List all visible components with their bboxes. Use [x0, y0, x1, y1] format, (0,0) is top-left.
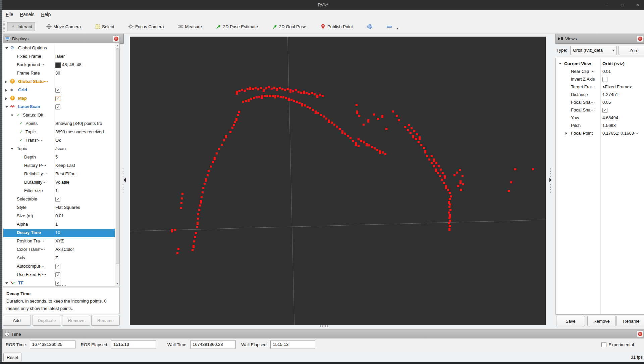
- add-display-button[interactable]: Add: [3, 315, 31, 326]
- reset-button[interactable]: Reset: [3, 353, 21, 362]
- displays-row-laserscan[interactable]: LaserScan✓: [3, 103, 115, 111]
- views-row-invert-z-axis[interactable]: Invert Z Axis: [556, 76, 644, 83]
- duplicate-display-button[interactable]: Duplicate: [33, 315, 61, 326]
- views-row-focal-point[interactable]: Focal Point0.17651; 0.1668⋯: [556, 130, 644, 137]
- expander-open-icon[interactable]: [5, 47, 8, 49]
- views-row-focal-sha-[interactable]: Focal Sha⋯✓: [556, 106, 644, 114]
- experimental-option[interactable]: Experimental: [601, 342, 634, 347]
- viewport-splitter-handle[interactable]: [320, 325, 329, 327]
- displays-row-use-fixed-fr-[interactable]: Use Fixed Fr⋯✓: [3, 271, 115, 279]
- displays-row-style[interactable]: StyleFlat Squares: [3, 203, 115, 212]
- render-viewport[interactable]: [130, 37, 546, 325]
- close-icon[interactable]: ✕: [635, 3, 640, 7]
- row-value[interactable]: 48; 48; 48: [62, 62, 82, 67]
- time-field-input[interactable]: 1515.13: [111, 340, 156, 349]
- displays-row-depth[interactable]: Depth5: [3, 153, 115, 162]
- row-value[interactable]: 10: [55, 230, 114, 235]
- expander-open-icon[interactable]: [5, 106, 8, 108]
- views-row-focal-sha-[interactable]: Focal Sha⋯0.05: [556, 99, 644, 106]
- views-panel-header[interactable]: Views: [555, 34, 644, 44]
- expander-closed-icon[interactable]: [5, 81, 7, 83]
- row-value[interactable]: Keep Last: [55, 163, 114, 168]
- displays-row-topic[interactable]: ✓Topic3899 messages received: [3, 128, 115, 136]
- row-value[interactable]: Flat Squares: [55, 205, 114, 210]
- remove-display-button[interactable]: Remove: [62, 315, 90, 326]
- displays-row-background-[interactable]: Background ⋯48; 48; 48: [3, 61, 115, 69]
- scroll-up-icon[interactable]: ▲: [115, 43, 119, 48]
- displays-row-frame-rate[interactable]: Frame Rate30: [3, 69, 115, 78]
- tool-move-camera[interactable]: Move Camera: [43, 22, 84, 31]
- scrollbar-thumb[interactable]: [116, 48, 119, 264]
- tool-2d-goal-pose[interactable]: 2D Goal Pose: [269, 22, 309, 31]
- displays-row-alpha[interactable]: Alpha1: [3, 220, 115, 229]
- row-value[interactable]: 4.68494: [602, 115, 644, 120]
- checkbox-checked[interactable]: ✓: [55, 197, 60, 202]
- row-value[interactable]: 1.27451: [602, 92, 644, 97]
- row-value[interactable]: 1.5698: [602, 123, 644, 128]
- tool-2d-pose-estimate[interactable]: 2D Pose Estimate: [213, 22, 261, 31]
- checkbox-checked[interactable]: ✓: [55, 96, 60, 101]
- checkbox-checked[interactable]: ✓: [55, 264, 60, 269]
- checkbox-checked[interactable]: ✓: [55, 88, 60, 93]
- expander-open-icon[interactable]: [11, 115, 13, 116]
- time-close-button[interactable]: ✕: [637, 330, 643, 337]
- views-row-near-clip-[interactable]: Near Clip ⋯0.01: [556, 68, 644, 76]
- window-titlebar[interactable]: RViz* – □ ✕: [2, 0, 644, 10]
- rename-display-button[interactable]: Rename: [91, 315, 120, 326]
- view-type-combobox[interactable]: Orbit (rviz_defa: [570, 46, 617, 55]
- displays-row-fixed-frame[interactable]: Fixed Framelaser: [3, 52, 115, 61]
- displays-close-button[interactable]: ✕: [113, 35, 119, 42]
- displays-row-points[interactable]: ✓PointsShowing [340] points fro: [3, 120, 115, 128]
- remove-tool-button[interactable]: [383, 22, 395, 31]
- menu-item-panels[interactable]: Panels: [17, 10, 38, 18]
- displays-scrollbar[interactable]: ▲ ▼: [115, 43, 119, 286]
- zero-button[interactable]: Zero: [619, 46, 644, 55]
- checkbox-unchecked[interactable]: [602, 77, 607, 82]
- remove-tool-dropdown-icon[interactable]: ▾: [397, 27, 398, 30]
- displays-row-reliability-[interactable]: Reliability⋯Best Effort: [3, 170, 115, 178]
- tool-focus-camera[interactable]: Focus Camera: [125, 22, 167, 31]
- expander-closed-icon[interactable]: [5, 97, 7, 100]
- save-view-button[interactable]: Save: [556, 316, 585, 326]
- views-row-current-view[interactable]: Current ViewOrbit (rviz): [556, 60, 644, 68]
- row-value[interactable]: laser: [55, 54, 114, 59]
- displays-row-grid[interactable]: ◈Grid✓: [3, 86, 115, 94]
- row-value[interactable]: Best Effort: [55, 171, 114, 176]
- toolbar-drag-handle[interactable]: [3, 21, 5, 32]
- add-tool-button[interactable]: [364, 22, 375, 31]
- row-value[interactable]: 1: [55, 188, 114, 193]
- rename-view-button[interactable]: Rename: [616, 316, 644, 326]
- checkbox-checked[interactable]: ✓: [602, 108, 607, 113]
- displays-row-selectable[interactable]: Selectable✓: [3, 195, 115, 203]
- tool-interact[interactable]: ☝Interact: [7, 22, 35, 31]
- row-value[interactable]: Z: [55, 255, 114, 260]
- minimize-icon[interactable]: –: [604, 3, 609, 7]
- row-value[interactable]: Ok: [55, 138, 114, 143]
- displays-row-filter-size[interactable]: Filter size1: [3, 187, 115, 195]
- displays-row-autocomput-[interactable]: Autocomput⋯✓: [3, 262, 115, 271]
- tool-measure[interactable]: Measure: [175, 22, 205, 31]
- checkbox-checked[interactable]: ✓: [55, 104, 60, 109]
- displays-row-topic[interactable]: Topic/scan: [3, 145, 115, 153]
- row-value[interactable]: 30: [55, 71, 114, 76]
- row-value[interactable]: XYZ: [55, 238, 114, 243]
- expander-closed-icon[interactable]: [566, 132, 567, 135]
- row-value[interactable]: 0.17651; 0.1668⋯: [602, 131, 644, 136]
- expander-closed-icon[interactable]: [5, 89, 7, 92]
- row-value[interactable]: 5: [55, 154, 114, 160]
- time-field-input[interactable]: 1674381360.25: [30, 340, 75, 349]
- menu-item-file[interactable]: File: [2, 10, 17, 18]
- displays-row-color-transf-[interactable]: Color Transf⋯AxisColor: [3, 245, 115, 254]
- checkbox-checked[interactable]: ✓: [55, 272, 60, 277]
- views-row-pitch[interactable]: Pitch1.5698: [556, 122, 644, 130]
- displays-row-status-ok[interactable]: ✓Status: Ok: [3, 111, 115, 120]
- remove-view-button[interactable]: Remove: [587, 316, 616, 326]
- displays-panel-header[interactable]: Displays: [3, 34, 124, 44]
- views-row-yaw[interactable]: Yaw4.68494: [556, 114, 644, 122]
- displays-row-transf-[interactable]: ✓Transf⋯Ok: [3, 136, 115, 145]
- row-value[interactable]: 1: [55, 222, 114, 227]
- views-row-target-fra-[interactable]: Target Fra⋯<Fixed Frame>: [556, 83, 644, 91]
- row-value[interactable]: 0.01: [55, 213, 114, 218]
- time-field-input[interactable]: 1674381360.28: [190, 340, 236, 349]
- expander-open-icon[interactable]: [5, 282, 8, 284]
